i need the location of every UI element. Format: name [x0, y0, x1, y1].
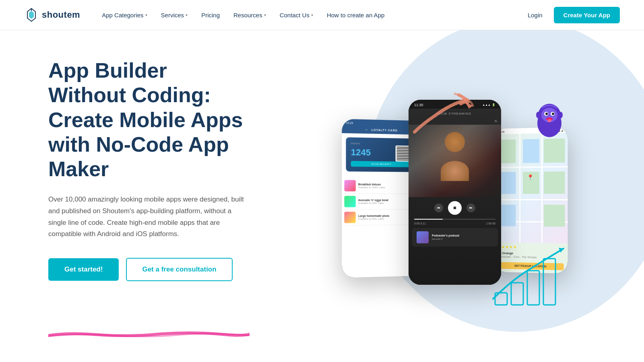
- brush-stroke-decoration: [48, 331, 250, 338]
- svg-point-9: [552, 113, 554, 115]
- nav-resources[interactable]: Resources ▾: [228, 8, 272, 22]
- nav-right: Login Create Your App: [523, 7, 620, 23]
- nav-services[interactable]: Services ▾: [155, 8, 194, 22]
- svg-point-8: [545, 113, 548, 115]
- get-started-button[interactable]: Get started!: [48, 258, 119, 281]
- map-pin: 📍: [527, 174, 534, 180]
- scan-receipt-button: SCAN RECEIPT: [351, 161, 411, 167]
- time-elapsed: 0:00:3:11: [414, 222, 426, 225]
- navbar: shoutem App Categories ▾ Services ▾ Pric…: [0, 0, 644, 30]
- chevron-down-icon: ▾: [186, 13, 188, 17]
- nav-contact-us[interactable]: Contact Us ▾: [274, 8, 319, 22]
- phones-mockup: 10:23 ●●● ← LOYALTY CARD POINTS 1245: [338, 68, 580, 325]
- nav-items: App Categories ▾ Services ▾ Pricing Reso…: [96, 8, 523, 22]
- nav-pricing[interactable]: Pricing: [196, 8, 225, 22]
- food-item-3: Large homemade pizza Available on 500+ c…: [344, 209, 417, 225]
- svg-rect-15: [511, 283, 523, 305]
- login-button[interactable]: Login: [523, 8, 547, 22]
- prev-button[interactable]: ⏮: [434, 204, 443, 212]
- podcast-thumbnail: [417, 231, 429, 243]
- svg-rect-17: [543, 259, 555, 305]
- svg-marker-1: [29, 11, 34, 19]
- podcast-subtitle: Episode 5: [432, 238, 493, 240]
- hero-right-content: 10:23 ●●● ← LOYALTY CARD POINTS 1245: [274, 30, 644, 362]
- hero-buttons: Get started! Get a free consultation: [48, 258, 250, 281]
- mascot-character: [527, 100, 572, 144]
- nav-how-to[interactable]: How to create an App: [321, 8, 390, 22]
- chevron-down-icon: ▾: [311, 13, 313, 17]
- hero-description: Over 10,000 amazingly looking mobile app…: [48, 194, 250, 241]
- chevron-down-icon: ▾: [145, 13, 147, 17]
- svg-rect-16: [527, 271, 539, 305]
- logo-icon: [24, 8, 39, 22]
- svg-point-13: [559, 112, 563, 118]
- chevron-down-icon: ▾: [264, 13, 266, 17]
- logo-text: shoutem: [42, 10, 80, 20]
- podcast-title: Podcaster's podcast: [432, 234, 493, 237]
- growth-chart: [487, 241, 576, 313]
- get-free-consultation-button[interactable]: Get a free consultation: [126, 258, 232, 281]
- svg-point-12: [536, 112, 540, 118]
- create-your-app-button[interactable]: Create Your App: [554, 7, 620, 23]
- stop-button[interactable]: ⏹: [448, 201, 462, 215]
- loyalty-header-label: LOYALTY CARD: [372, 128, 398, 131]
- time-total: 1:09:30: [486, 222, 495, 225]
- food-item-2: Avocado 'n' eggs bowl Available on 200+ …: [344, 193, 417, 209]
- nav-app-categories[interactable]: App Categories ▾: [96, 8, 153, 22]
- food-item-1: Breakfast deluxe Available on 1000+ cafe…: [344, 178, 417, 194]
- logo[interactable]: shoutem: [24, 8, 80, 22]
- arrow-annotation: [402, 92, 483, 140]
- svg-point-11: [547, 119, 551, 122]
- next-button[interactable]: ⏭: [466, 204, 475, 212]
- hero-section: App Builder Without Coding: Create Mobil…: [0, 30, 644, 362]
- hero-left-content: App Builder Without Coding: Create Mobil…: [0, 30, 274, 362]
- hero-title: App Builder Without Coding: Create Mobil…: [48, 58, 250, 182]
